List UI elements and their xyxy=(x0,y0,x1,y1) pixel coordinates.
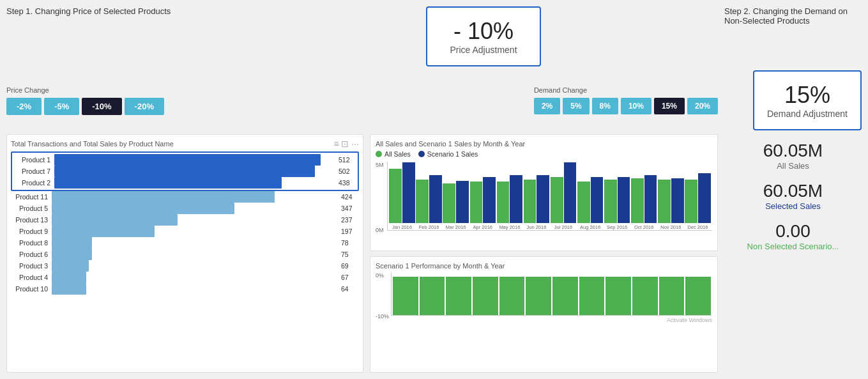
product-label: Product 2 xyxy=(13,179,50,187)
scenario-bar xyxy=(632,277,658,315)
month-group: Feb 2016 xyxy=(416,175,442,230)
bar-track xyxy=(54,177,335,189)
scenario-bar xyxy=(526,277,551,315)
bar-value: 78 xyxy=(341,239,359,247)
all-sales-label: All Sales xyxy=(724,161,862,171)
table-row: Product 10 64 xyxy=(11,283,359,295)
price-adjustment-value: - 10% xyxy=(446,18,521,45)
bar-fill xyxy=(52,191,275,203)
price-btn-minus5[interactable]: -5% xyxy=(44,98,79,115)
bar-value: 69 xyxy=(341,262,359,270)
bar-blue xyxy=(644,175,657,223)
scenario-chart-title: Scenario 1 Performance by Month & Year xyxy=(376,262,712,270)
bar-green xyxy=(604,180,617,223)
month-bars xyxy=(389,162,415,223)
month-bars xyxy=(469,177,496,223)
bar-green xyxy=(658,180,671,223)
month-label: Jan 2016 xyxy=(392,224,412,230)
bar-blue xyxy=(429,175,442,223)
bar-green xyxy=(577,182,590,223)
bar-value: 438 xyxy=(339,179,356,187)
scenario-bar xyxy=(579,277,605,315)
bar-blue xyxy=(564,162,577,223)
demand-btn-8[interactable]: 8% xyxy=(592,98,618,114)
grouped-bar-chart: 5M 0M Jan 2016 xyxy=(376,162,712,245)
month-bars xyxy=(496,175,522,223)
scenario-bar xyxy=(393,277,418,315)
bar-green xyxy=(443,183,455,223)
price-adjustment-label: Price Adjustment xyxy=(446,45,521,55)
month-group: Aug 2016 xyxy=(577,177,604,230)
all-sales-chart: All Sales and Scenario 1 Sales by Month … xyxy=(370,134,718,251)
product-label: Product 3 xyxy=(11,262,48,270)
table-row: Product 3 69 xyxy=(11,260,359,272)
price-adjustment-box: - 10% Price Adjustment xyxy=(426,6,541,66)
bar-track xyxy=(52,237,337,249)
bar-fill xyxy=(52,237,92,249)
demand-btn-group: 2% 5% 8% 10% 15% 20% xyxy=(534,98,718,114)
month-label: Mar 2016 xyxy=(446,224,466,230)
bar-blue xyxy=(402,162,415,223)
y-label-5m: 5M xyxy=(376,162,384,168)
demand-btn-20[interactable]: 20% xyxy=(687,98,718,114)
bar-green xyxy=(631,178,644,223)
scenario-chart: Scenario 1 Performance by Month & Year 0… xyxy=(370,256,718,373)
table-row: Product 13 237 xyxy=(11,214,359,226)
table-row: Product 5 347 xyxy=(11,203,359,214)
bar-blue xyxy=(537,175,549,223)
product-label: Product 6 xyxy=(11,251,48,258)
bar-track xyxy=(52,272,337,283)
bar-track xyxy=(52,191,337,203)
stats-panel: 60.05M All Sales 60.05M Selected Sales 0… xyxy=(724,134,862,373)
demand-adjustment-box: 15% Demand Adjustment xyxy=(753,70,862,130)
bar-track xyxy=(52,203,337,214)
bar-fill xyxy=(52,203,234,214)
month-group: Jul 2016 xyxy=(550,162,576,230)
product-label: Product 9 xyxy=(11,228,48,235)
non-selected-label: Non Selected Scenario... xyxy=(724,242,862,251)
price-change-title: Price Change xyxy=(6,86,243,94)
month-label: May 2016 xyxy=(499,224,520,230)
month-label: Dec 2016 xyxy=(687,224,708,230)
table-row: Product 1 512 xyxy=(13,154,356,166)
bar-green xyxy=(497,182,510,223)
product-label: Product 4 xyxy=(11,274,48,281)
month-bars xyxy=(631,175,657,223)
legend-label-all-sales: All Sales xyxy=(385,150,411,158)
demand-btn-2[interactable]: 2% xyxy=(534,98,560,114)
bar-fill xyxy=(52,214,178,226)
product-label: Product 11 xyxy=(11,193,48,201)
bar-value: 197 xyxy=(341,228,359,235)
bar-blue xyxy=(510,175,522,223)
bar-blue xyxy=(456,181,469,223)
price-btn-minus20[interactable]: -20% xyxy=(125,98,164,115)
price-btn-minus2[interactable]: -2% xyxy=(6,98,42,115)
bar-chart-header: Total Transactions and Total Sales by Pr… xyxy=(11,139,359,149)
bar-track xyxy=(52,283,337,295)
selected-sales-label: Selected Sales xyxy=(724,201,862,211)
month-bars xyxy=(658,178,684,223)
bar-fill xyxy=(54,177,282,189)
non-selected-scenario-stat: 0.00 Non Selected Scenario... xyxy=(724,221,862,251)
month-label: Apr 2016 xyxy=(473,224,492,230)
dashboard: Step 1. Changing Price of Selected Produ… xyxy=(0,0,868,379)
non-selected-value: 0.00 xyxy=(724,221,862,242)
bar-value: 67 xyxy=(341,274,359,281)
bar-value: 502 xyxy=(339,167,356,175)
table-row: Product 11 424 xyxy=(11,191,359,203)
demand-btn-5[interactable]: 5% xyxy=(563,98,589,114)
price-btn-minus10[interactable]: -10% xyxy=(82,98,121,115)
month-group: Oct 2016 xyxy=(631,175,657,230)
y-label-minus10pct: -10% xyxy=(376,313,389,320)
bar-value: 424 xyxy=(341,193,359,201)
month-group: May 2016 xyxy=(496,175,522,230)
month-bars xyxy=(443,181,469,223)
demand-btn-15[interactable]: 15% xyxy=(654,98,685,114)
product-label: Product 10 xyxy=(11,285,48,293)
month-bars xyxy=(550,162,576,223)
bar-value: 512 xyxy=(339,156,356,164)
demand-btn-10[interactable]: 10% xyxy=(621,98,651,114)
month-label: Jun 2016 xyxy=(526,224,546,230)
bar-track xyxy=(52,214,337,226)
bar-blue xyxy=(591,177,604,223)
